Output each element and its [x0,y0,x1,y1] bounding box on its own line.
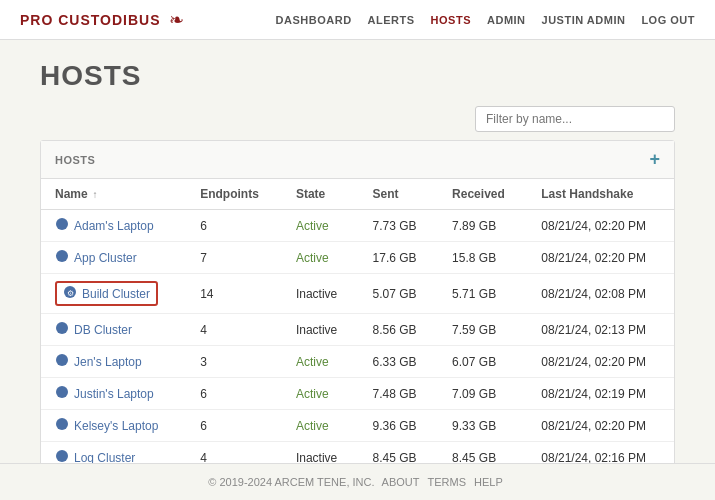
cell-endpoints: 4 [186,314,282,346]
cell-state: Inactive [282,314,359,346]
svg-point-1 [56,250,68,262]
host-link[interactable]: Jen's Laptop [55,353,172,370]
cell-endpoints: 6 [186,378,282,410]
table-row: Kelsey's Laptop6Active9.36 GB9.33 GB08/2… [41,410,674,442]
cell-name: Kelsey's Laptop [41,410,186,442]
col-header-state: State [282,179,359,210]
cell-last-handshake: 08/21/24, 02:20 PM [527,210,674,242]
cell-received: 7.59 GB [438,314,527,346]
cell-received: 9.33 GB [438,410,527,442]
logo-text: PRO CUSTODIBUS [20,12,161,28]
cell-name: App Cluster [41,242,186,274]
cell-received: 5.71 GB [438,274,527,314]
sort-arrow[interactable]: ↑ [90,189,98,200]
footer: © 2019-2024 ARCEM TENE, INC. ABOUTTERMSH… [0,463,715,500]
cell-last-handshake: 08/21/24, 02:13 PM [527,314,674,346]
hosts-card: HOSTS + Name ↑EndpointsStateSentReceived… [40,140,675,500]
cell-endpoints: 14 [186,274,282,314]
cell-last-handshake: 08/21/24, 02:20 PM [527,242,674,274]
cell-state: Active [282,346,359,378]
host-icon [55,385,69,402]
footer-link-help[interactable]: HELP [474,476,503,488]
cell-sent: 6.33 GB [359,346,439,378]
table-row: Adam's Laptop6Active7.73 GB7.89 GB08/21/… [41,210,674,242]
cell-sent: 5.07 GB [359,274,439,314]
table-row: Justin's Laptop6Active7.48 GB7.09 GB08/2… [41,378,674,410]
cell-name: Jen's Laptop [41,346,186,378]
svg-point-0 [56,218,68,230]
col-header-sent: Sent [359,179,439,210]
svg-point-8 [56,450,68,462]
footer-link-terms[interactable]: TERMS [427,476,466,488]
add-host-button[interactable]: + [649,149,660,170]
svg-point-5 [56,354,68,366]
host-link[interactable]: Kelsey's Laptop [55,417,172,434]
col-header-name: Name ↑ [41,179,186,210]
table-header-row: Name ↑EndpointsStateSentReceivedLast Han… [41,179,674,210]
footer-copyright: © 2019-2024 ARCEM TENE, INC. [208,476,374,488]
cell-state: Active [282,242,359,274]
cell-received: 6.07 GB [438,346,527,378]
nav-link-justin-admin[interactable]: JUSTIN ADMIN [542,14,626,26]
cell-sent: 17.6 GB [359,242,439,274]
svg-point-7 [56,418,68,430]
nav-link-hosts[interactable]: HOSTS [431,14,471,26]
cell-sent: 7.48 GB [359,378,439,410]
svg-text:⚙: ⚙ [67,289,74,298]
host-link[interactable]: Adam's Laptop [55,217,172,234]
footer-link-about[interactable]: ABOUT [382,476,420,488]
cell-endpoints: 3 [186,346,282,378]
main-content: HOSTS HOSTS + Name ↑EndpointsStateSentRe… [0,40,715,500]
hosts-table: Name ↑EndpointsStateSentReceivedLast Han… [41,179,674,500]
cell-name: Justin's Laptop [41,378,186,410]
host-icon [55,217,69,234]
search-input[interactable] [475,106,675,132]
nav-link-alerts[interactable]: ALERTS [368,14,415,26]
cell-sent: 7.73 GB [359,210,439,242]
host-link[interactable]: Justin's Laptop [55,385,172,402]
cell-received: 7.09 GB [438,378,527,410]
cell-last-handshake: 08/21/24, 02:08 PM [527,274,674,314]
filter-row [40,106,675,132]
host-icon [55,249,69,266]
header: PRO CUSTODIBUS ❧ DASHBOARDALERTSHOSTSADM… [0,0,715,40]
nav-link-admin[interactable]: ADMIN [487,14,526,26]
cell-endpoints: 7 [186,242,282,274]
nav-link-log-out[interactable]: LOG OUT [641,14,695,26]
host-icon: ⚙ [63,285,77,302]
cell-sent: 9.36 GB [359,410,439,442]
cell-endpoints: 6 [186,410,282,442]
cell-name: DB Cluster [41,314,186,346]
logo: PRO CUSTODIBUS ❧ [20,9,184,31]
table-row: DB Cluster4Inactive8.56 GB7.59 GB08/21/2… [41,314,674,346]
cell-state: Active [282,210,359,242]
table-row: Jen's Laptop3Active6.33 GB6.07 GB08/21/2… [41,346,674,378]
nav-link-dashboard[interactable]: DASHBOARD [276,14,352,26]
col-header-endpoints: Endpoints [186,179,282,210]
host-icon [55,321,69,338]
host-link[interactable]: App Cluster [55,249,172,266]
host-link[interactable]: Build Cluster [82,287,150,301]
cell-name: ⚙Build Cluster [41,274,186,314]
cell-last-handshake: 08/21/24, 02:19 PM [527,378,674,410]
col-header-last-handshake: Last Handshake [527,179,674,210]
card-header-title: HOSTS [55,154,95,166]
svg-point-4 [56,322,68,334]
cell-received: 7.89 GB [438,210,527,242]
cell-state: Active [282,410,359,442]
cell-state: Active [282,378,359,410]
cell-sent: 8.56 GB [359,314,439,346]
table-row: ⚙Build Cluster14Inactive5.07 GB5.71 GB08… [41,274,674,314]
host-icon [55,417,69,434]
page-title: HOSTS [40,60,675,92]
cell-last-handshake: 08/21/24, 02:20 PM [527,346,674,378]
main-nav: DASHBOARDALERTSHOSTSADMINJUSTIN ADMINLOG… [276,14,695,26]
cell-name: Adam's Laptop [41,210,186,242]
cell-endpoints: 6 [186,210,282,242]
card-header: HOSTS + [41,141,674,179]
host-icon [55,353,69,370]
cell-last-handshake: 08/21/24, 02:20 PM [527,410,674,442]
cell-received: 15.8 GB [438,242,527,274]
logo-icon: ❧ [169,9,184,31]
host-link[interactable]: DB Cluster [55,321,172,338]
